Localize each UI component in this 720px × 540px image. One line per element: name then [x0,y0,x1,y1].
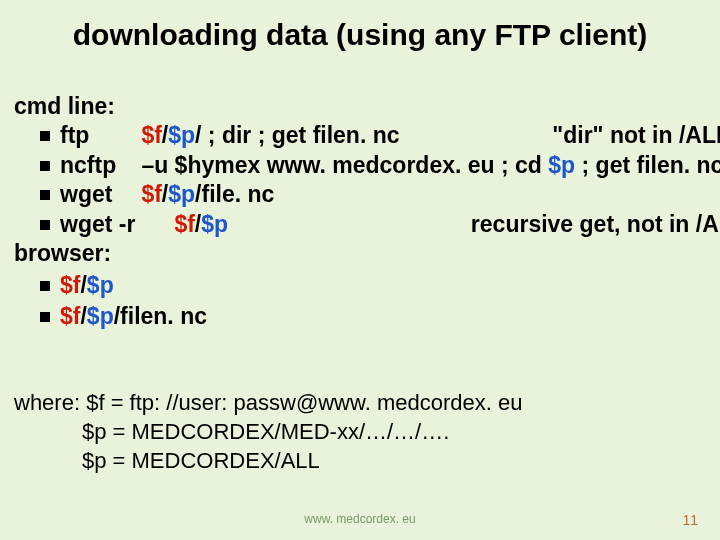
cmd-name: wget [60,180,135,209]
cmd-ncftp: ncftp –u $hymex www. medcordex. eu ; cd … [14,151,714,180]
arg-f: $f [141,181,161,207]
arg-pre: –u $hymex www. medcordex. eu ; cd [141,152,548,178]
where-line: $p = MEDCORDEX/ALL [14,446,522,475]
arg-tail: / ; dir ; get filen. nc [195,122,399,148]
arg-p: $p [201,211,228,237]
slide-body: cmd line: ftp $f/$p/ ; dir ; get filen. … [14,92,714,332]
slide-title: downloading data (using any FTP client) [0,0,720,52]
cmd-name: wget -r [60,210,168,239]
arg-f: $f [60,303,80,329]
bullet-icon [40,220,50,230]
footer-url: www. medcordex. eu [0,512,720,526]
cmd-name: ncftp [60,151,135,180]
cmd-wget: wget $f/$p/file. nc [14,180,714,209]
page-number: 11 [682,512,698,528]
bullet-icon [40,161,50,171]
note-dir: "dir" not in /ALL [552,122,720,148]
arg-p: $p [168,181,195,207]
arg-p: $p [168,122,195,148]
cmd-line-label: cmd line: [14,92,714,121]
arg-tail: /file. nc [195,181,274,207]
cmd-wget-r: wget -r $f/$p recursive get, not in /ALL [14,210,714,239]
cmd-ftp: ftp $f/$p/ ; dir ; get filen. nc "dir" n… [14,121,714,150]
slide: downloading data (using any FTP client) … [0,0,720,540]
where-line: $p = MEDCORDEX/MED-xx/…/…/…. [14,417,522,446]
bullet-icon [40,131,50,141]
where-label: where: [14,390,80,415]
arg-f: $f [141,122,161,148]
browser-items: $f/$p $f/$p/filen. nc [14,271,714,332]
arg-f: $f [174,211,194,237]
bullet-icon [40,312,50,322]
arg-post: ; get filen. nc [575,152,720,178]
browser-item: $f/$p/filen. nc [14,302,714,331]
browser-label: browser: [14,239,714,268]
arg-p: $p [548,152,575,178]
where-line: where: $f = ftp: //user: passw@www. medc… [14,388,522,417]
cmd-name: ftp [60,121,135,150]
where-block: where: $f = ftp: //user: passw@www. medc… [14,388,522,475]
browser-item: $f/$p [14,271,714,300]
arg-f: $f [60,272,80,298]
bullet-icon [40,281,50,291]
where-f-def: $f = ftp: //user: passw@www. medcordex. … [86,390,522,415]
arg-p: $p [87,272,114,298]
arg-tail: /filen. nc [114,303,207,329]
arg-p: $p [87,303,114,329]
note-recursive: recursive get, not in /ALL [471,211,720,237]
bullet-icon [40,190,50,200]
